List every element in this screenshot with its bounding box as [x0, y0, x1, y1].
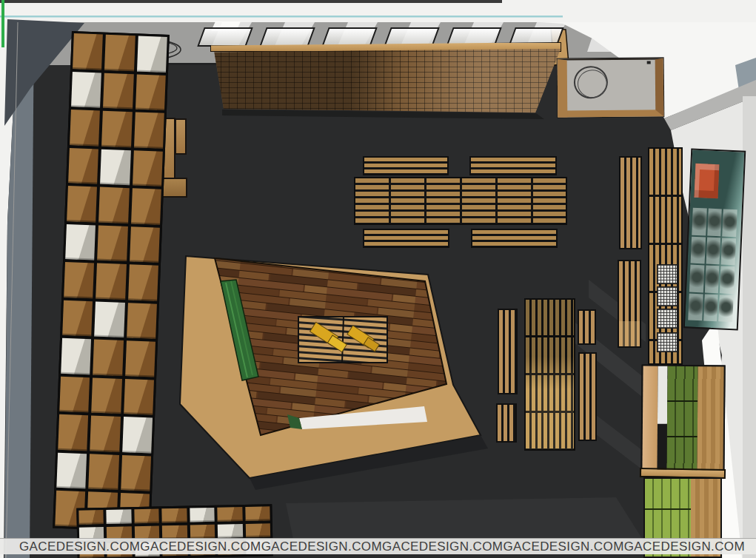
shelf-cube — [217, 507, 242, 521]
shelf-cube — [101, 111, 132, 147]
poster-photo-cell — [718, 295, 733, 322]
bench-left-lower — [496, 403, 517, 443]
poster-photo-cell — [705, 266, 720, 293]
shelf-cube — [125, 340, 155, 377]
shelf-cube — [122, 417, 153, 453]
cabinet-dot — [647, 61, 651, 64]
shelf-cube — [71, 72, 101, 108]
poster-photo-cell — [703, 294, 718, 321]
shelf-cube — [131, 188, 161, 224]
skylight-frame-2 — [259, 27, 315, 47]
shelf-cube — [124, 379, 154, 415]
shelf-cube — [162, 508, 187, 522]
shelf-cube — [121, 455, 151, 491]
shelf-cube — [190, 525, 215, 539]
locker-white-panel — [658, 366, 668, 424]
shelf-cube — [73, 33, 103, 70]
wire-basket-1 — [657, 264, 678, 284]
shelf-cube — [58, 414, 88, 451]
shelf-cube — [64, 262, 94, 298]
locker-green-doors — [666, 366, 698, 476]
skylight-frame-1 — [197, 27, 252, 47]
wall-bench-lower — [618, 260, 641, 348]
shelf-cube — [136, 74, 166, 110]
bench-left-upper — [498, 309, 518, 394]
shelf-cube — [162, 525, 187, 539]
shelf-cube — [107, 509, 132, 523]
poster-photo-cell — [721, 238, 736, 265]
bench-right-lower — [578, 352, 597, 441]
wall-bench-upper — [619, 156, 642, 249]
poster-photo-grid — [688, 208, 737, 322]
shelf-cube — [62, 300, 93, 337]
poster-artwork — [683, 149, 746, 331]
locker-tan-side — [642, 366, 658, 476]
round-basin-inner — [578, 70, 607, 98]
shelf-cube — [103, 73, 133, 109]
cube-bookshelf-wall — [53, 31, 170, 532]
shelf-cube — [89, 454, 119, 490]
shelf-cube — [98, 187, 129, 223]
display-cabinet — [558, 58, 664, 117]
wire-basket-4 — [657, 332, 678, 352]
watermark-band: GACEDESIGN.COM GACEDESIGN.COM GACEDESIGN… — [0, 538, 756, 554]
shelf-cube — [133, 150, 163, 186]
watermark-text-2: GACEDESIGN.COM — [140, 539, 261, 554]
bench-bottom-right — [471, 229, 558, 248]
shelf-cube — [137, 36, 167, 72]
locker-wood-side — [697, 366, 723, 476]
bench-top-left — [363, 156, 449, 175]
watermark-text-5: GACEDESIGN.COM — [503, 539, 623, 554]
shelf-cube — [218, 524, 243, 538]
poster-photo-cell — [720, 266, 735, 293]
shelf-cube — [70, 110, 100, 146]
communal-table-horizontal — [354, 177, 567, 225]
poster-photo-cell — [707, 209, 722, 236]
poster-orange-square — [694, 164, 719, 198]
shelf-cube — [90, 416, 121, 452]
skylight-frame-3 — [321, 27, 377, 47]
shelf-cube — [56, 453, 87, 489]
shelf-cube — [128, 264, 158, 300]
shelf-cube — [96, 263, 126, 300]
wire-basket-3 — [657, 309, 678, 329]
green-lockers-upper — [640, 365, 725, 478]
shelf-cube — [127, 303, 157, 339]
shelf-cube — [245, 506, 270, 520]
shelf-cube — [61, 338, 91, 374]
poster-photo-cell — [689, 265, 704, 292]
render-canvas: GACEDESIGN.COM GACEDESIGN.COM GACEDESIGN… — [0, 0, 756, 558]
poster-photo-cell — [691, 236, 706, 263]
shelf-cube — [78, 510, 104, 524]
shelf-cube — [59, 377, 90, 413]
shelf-cube — [68, 148, 98, 184]
wire-basket-2 — [657, 286, 678, 306]
bench-top-right — [469, 156, 557, 175]
shelf-cube — [95, 301, 125, 337]
shelf-cube — [65, 224, 96, 260]
shelf-cube — [134, 508, 159, 522]
bench-bottom-left — [363, 229, 449, 248]
shelf-cube — [130, 226, 160, 263]
watermark-text-4: GACEDESIGN.COM — [382, 539, 503, 554]
poster-photo-cell — [688, 293, 703, 320]
shelf-cube — [190, 508, 215, 522]
poster-photo-cell — [723, 209, 737, 236]
shelf-cube — [104, 35, 135, 71]
shelf-cube — [92, 377, 122, 414]
shelf-cube — [67, 186, 97, 222]
shelf-cube — [93, 340, 124, 376]
reception-desk-tab — [175, 118, 187, 155]
poster-photo-cell — [692, 208, 706, 235]
shelf-cube — [134, 112, 164, 148]
communal-table-vertical — [524, 298, 575, 451]
slatted-display-panel — [213, 49, 561, 114]
shelf-cube — [245, 523, 270, 537]
watermark-text-6: GACEDESIGN.COM — [624, 539, 745, 554]
watermark-text-1: GACEDESIGN.COM — [19, 539, 140, 554]
watermark-text-3: GACEDESIGN.COM — [261, 539, 382, 554]
bench-right-upper — [578, 309, 596, 345]
poster-photo-cell — [706, 237, 720, 264]
shelf-cube — [100, 149, 130, 185]
wall-counter-with-baskets — [648, 147, 683, 365]
